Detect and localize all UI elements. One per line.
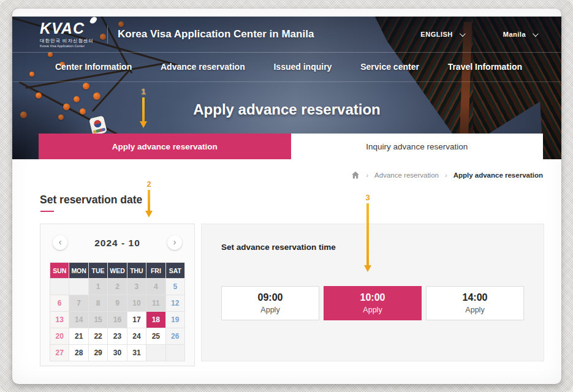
calendar-next-month-button[interactable]: ›: [167, 235, 182, 250]
kvac-logo[interactable]: KVAC 대한민국 비자신청센터 Korea Visa Application …: [40, 21, 94, 48]
calendar-day-1: 1: [89, 279, 107, 295]
breadcrumb-separator: ›: [445, 172, 447, 179]
calendar-day-4: 4: [146, 279, 165, 295]
nav-item-center-information[interactable]: Center Information: [55, 62, 132, 72]
breadcrumb-item-advance-reservation[interactable]: Advance reservation: [374, 172, 439, 179]
calendar-day-2: 2: [108, 279, 126, 295]
time-slot-apply-label: Apply: [465, 306, 484, 314]
calendar-table: SUNMONTUEWEDTHUFRISAT 123456789101112131…: [50, 262, 185, 361]
language-selector[interactable]: ENGLISH: [420, 31, 463, 38]
calendar-day-21[interactable]: 21: [69, 328, 88, 344]
calendar-day-16: 16: [108, 312, 126, 328]
calendar-day-empty: [50, 279, 69, 295]
time-slots: 09:00Apply10:00Apply14:00Apply: [221, 286, 524, 320]
logo-subtitle-korean: 대한민국 비자신청센터: [40, 39, 94, 43]
tab-inquiry-advance-reservation[interactable]: Inquiry advance reservation: [291, 134, 544, 159]
logo-subtitle-english: Korea Visa Application Center: [40, 45, 94, 48]
site-title: Korea Visa Application Center in Manila: [118, 28, 314, 40]
nav-item-travel-information[interactable]: Travel Information: [448, 62, 522, 72]
calendar-day-19: 19: [166, 312, 184, 328]
center-selector-value: Manila: [503, 31, 526, 38]
section-title: Set reservation date: [40, 194, 142, 206]
main-nav: Center InformationAdvance reservationIss…: [12, 52, 561, 81]
time-slot-time: 14:00: [463, 292, 488, 303]
day-header-tue: TUE: [89, 263, 107, 278]
calendar-day-27: 27: [50, 345, 69, 361]
calendar-day-25[interactable]: 25: [146, 328, 165, 344]
page-card: KVAC 대한민국 비자신청센터 Korea Visa Application …: [12, 9, 561, 384]
calendar-day-3: 3: [127, 279, 146, 295]
calendar-day-empty: [166, 345, 184, 361]
time-slot-time: 10:00: [360, 292, 385, 303]
calendar-day-5: 5: [166, 279, 184, 295]
time-slot-1000[interactable]: 10:00Apply: [324, 286, 422, 320]
center-selector[interactable]: Manila: [503, 31, 537, 38]
calendar-day-12: 12: [166, 295, 184, 311]
day-header-wed: WED: [108, 263, 126, 278]
chevron-down-icon: [460, 31, 466, 37]
calendar-day-header-row: SUNMONTUEWEDTHUFRISAT: [50, 263, 184, 278]
day-header-sun: SUN: [50, 263, 69, 278]
calendar-day-7: 7: [69, 295, 88, 311]
persimmon-icon: [83, 83, 89, 89]
calendar-day-18[interactable]: 18: [146, 312, 165, 328]
calendar-day-empty: [69, 279, 88, 295]
tab-apply-advance-reservation[interactable]: Apply advance reservation: [39, 134, 291, 159]
breadcrumb: ›Advance reservation›Apply advance reser…: [351, 167, 543, 184]
calendar-day-8: 8: [89, 295, 107, 311]
day-header-mon: MON: [69, 263, 88, 278]
nav-item-service-center[interactable]: Service center: [360, 62, 419, 72]
logo-divider: [107, 25, 108, 43]
calendar-day-empty: [146, 345, 165, 361]
language-selector-value: ENGLISH: [420, 31, 452, 38]
breadcrumb-item-apply-advance-reservation: Apply advance reservation: [453, 172, 543, 179]
breadcrumb-separator: ›: [366, 172, 368, 179]
nav-divider: [12, 81, 561, 82]
calendar-day-31[interactable]: 31: [127, 345, 146, 361]
day-header-thu: THU: [127, 263, 146, 278]
calendar-day-10: 10: [127, 295, 146, 311]
calendar-day-14: 14: [69, 312, 88, 328]
calendar-day-11: 11: [146, 295, 165, 311]
nav-item-advance-reservation[interactable]: Advance reservation: [161, 62, 245, 72]
calendar-day-20: 20: [50, 328, 69, 344]
calendar-day-24[interactable]: 24: [127, 328, 146, 344]
calendar: ‹ 2024 - 10 › SUNMONTUEWEDTHUFRISAT 1234…: [40, 224, 195, 366]
day-header-sat: SAT: [166, 263, 184, 278]
calendar-day-9: 9: [108, 295, 126, 311]
calendar-day-23[interactable]: 23: [108, 328, 126, 344]
calendar-day-6: 6: [50, 295, 69, 311]
nav-item-issued-inquiry[interactable]: Issued inquiry: [273, 62, 332, 72]
time-slot-0900[interactable]: 09:00Apply: [221, 286, 319, 320]
calendar-day-28[interactable]: 28: [69, 345, 88, 361]
time-panel-title: Set advance reservation time: [221, 243, 336, 252]
calendar-nav: ‹ 2024 - 10 ›: [40, 230, 194, 258]
time-slot-apply-label: Apply: [363, 306, 382, 314]
calendar-day-29[interactable]: 29: [89, 345, 107, 361]
home-icon[interactable]: [351, 171, 360, 179]
calendar-day-13: 13: [50, 312, 69, 328]
calendar-day-15: 15: [89, 312, 107, 328]
day-header-fri: FRI: [146, 263, 165, 278]
time-panel: Set advance reservation time 09:00Apply1…: [201, 224, 544, 361]
reservation-tabs: Apply advance reservation Inquiry advanc…: [39, 134, 543, 159]
calendar-day-17[interactable]: 17: [127, 312, 146, 328]
time-slot-1400[interactable]: 14:00Apply: [426, 286, 524, 320]
logo-acronym: KVAC: [40, 21, 94, 36]
calendar-day-22[interactable]: 22: [89, 328, 107, 344]
calendar-day-30[interactable]: 30: [108, 345, 126, 361]
chevron-down-icon: [533, 31, 539, 37]
calendar-day-26: 26: [166, 328, 184, 344]
calendar-grid: 1234567891011121314151617181920212223242…: [50, 279, 184, 361]
time-slot-time: 09:00: [258, 292, 283, 303]
page-title: Apply advance reservation: [12, 101, 561, 118]
site-header: KVAC 대한민국 비자신청센터 Korea Visa Application …: [12, 17, 561, 52]
time-slot-apply-label: Apply: [260, 306, 279, 314]
hero-banner: KVAC 대한민국 비자신청센터 Korea Visa Application …: [12, 17, 561, 159]
